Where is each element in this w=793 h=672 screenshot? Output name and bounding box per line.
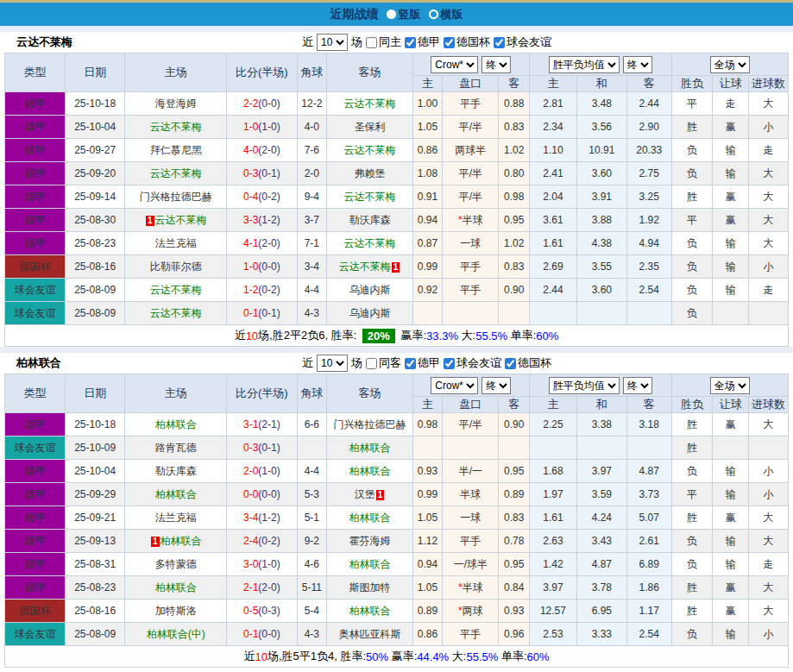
away-team-cell: 乌迪内斯	[327, 279, 413, 302]
checkbox[interactable]	[494, 37, 505, 48]
result-cell: 输	[713, 623, 749, 646]
column-subheader: 让球	[713, 397, 749, 413]
date-cell: 25-08-16	[66, 255, 125, 279]
score-cell: 2-4(0-2)	[227, 530, 297, 553]
match-type-cell: 德甲	[5, 553, 66, 576]
same-venue-checkbox[interactable]: 同客	[366, 355, 401, 371]
date-cell: 25-10-18	[66, 92, 125, 116]
filter-prefix: 近	[302, 35, 313, 50]
avg-odds-cell: 3.55	[576, 255, 626, 279]
away-team-cell: 勒沃库森	[327, 209, 413, 232]
horizontal-layout-radio[interactable]: 横版	[429, 7, 463, 22]
column-subheader: 和	[576, 397, 626, 413]
odds-cell: 0.99	[412, 255, 443, 279]
result-cell: 输	[713, 279, 749, 302]
odds-final-select[interactable]: 终	[481, 56, 511, 73]
odds-cell: *两球	[443, 600, 499, 623]
odds-company-select[interactable]: Crow*	[431, 377, 478, 394]
avg-odds-cell: 1.42	[529, 553, 576, 576]
odds-cell: 0.99	[412, 483, 443, 506]
match-type-cell: 德甲	[5, 483, 66, 506]
red-card-badge: 1	[151, 537, 160, 547]
odds-final-select[interactable]: 终	[481, 377, 511, 394]
column-subheader: 客	[626, 76, 671, 92]
away-team-cell: 柏林联合	[327, 600, 413, 623]
home-team-cell: 路肯瓦德	[125, 436, 227, 460]
column-subheader: 盘口	[443, 397, 499, 413]
column-header: 角球	[297, 374, 327, 413]
header-row: 类型日期主场比分(半场)角球客场Crow*终胜平负均值终全场	[5, 374, 789, 397]
same-venue-checkbox[interactable]: 同主	[366, 35, 401, 50]
odds-group-header: Crow*终	[412, 53, 529, 76]
checkbox[interactable]	[405, 358, 416, 369]
result-cell: 赢	[713, 116, 749, 139]
avg-odds-select[interactable]: 胜平负均值	[549, 377, 620, 394]
recent-count-select[interactable]: 10	[317, 355, 348, 372]
league-filter-checkbox[interactable]: 德国杯	[505, 355, 551, 371]
column-subheader: 客	[499, 76, 530, 92]
avg-odds-cell: 4.38	[576, 232, 626, 255]
away-team-cell: 柏林联合	[327, 553, 413, 576]
result-cell: 大	[749, 209, 789, 232]
score-cell: 0-0(0-0)	[227, 483, 297, 506]
team-section-1: 柏林联合 近 10 场 同客 德甲球会友谊德国杯 类型日期主场比分(半场)角球客…	[4, 353, 789, 668]
result-cell: 小	[749, 460, 789, 483]
column-subheader: 主	[412, 76, 443, 92]
checkbox-label: 球会友谊	[507, 35, 551, 50]
result-cell: 胜	[671, 576, 713, 600]
odds-cell	[499, 436, 530, 460]
corner-cell: 9-4	[297, 185, 327, 209]
avg-odds-cell: 3.60	[576, 162, 626, 185]
column-subheader: 客	[626, 397, 671, 413]
checkbox[interactable]	[405, 37, 416, 48]
checkbox[interactable]	[444, 358, 455, 369]
result-cell: 大	[749, 185, 789, 209]
odds-cell: 0.92	[412, 279, 443, 302]
result-cell: 负	[671, 232, 713, 255]
checkbox[interactable]	[366, 37, 377, 48]
checkbox[interactable]	[505, 358, 516, 369]
match-row: 德甲25-10-04勒沃库森2-0(1-0)4-4柏林联合0.93半/一0.95…	[5, 460, 789, 483]
league-filter-checkbox[interactable]: 球会友谊	[494, 35, 551, 50]
avg-odds-select[interactable]: 胜平负均值	[549, 56, 620, 73]
away-team-cell: 柏林联合	[327, 506, 413, 530]
odds-company-select[interactable]: Crow*	[431, 56, 478, 73]
avg-odds-cell	[529, 302, 576, 325]
result-cell: 小	[749, 255, 789, 279]
checkbox[interactable]	[366, 358, 377, 369]
result-cell	[713, 302, 749, 325]
league-filter-checkbox[interactable]: 德甲	[405, 35, 440, 50]
date-cell: 25-08-09	[66, 279, 125, 302]
avg-final-select[interactable]: 终	[623, 56, 652, 73]
home-team-cell: 云达不莱梅	[125, 162, 227, 185]
league-filter-checkbox[interactable]: 球会友谊	[444, 355, 501, 371]
odds-cell: 一球	[443, 506, 499, 530]
avg-odds-cell: 3.48	[576, 92, 626, 116]
home-team-cell: 柏林联合	[125, 413, 227, 436]
result-cell	[749, 302, 789, 325]
scope-select[interactable]: 全场	[710, 377, 750, 394]
avg-odds-cell: 2.63	[529, 530, 576, 553]
odds-cell	[412, 302, 443, 325]
result-cell: 走	[713, 92, 749, 116]
vertical-layout-radio[interactable]: 竖版	[387, 7, 421, 22]
scope-select[interactable]: 全场	[710, 56, 750, 73]
page-title: 近期战绩	[330, 7, 379, 22]
odds-cell: 0.94	[412, 553, 443, 576]
league-filter-checkbox[interactable]: 德甲	[405, 355, 440, 371]
odds-cell: 平/半	[443, 185, 499, 209]
avg-odds-cell: 4.87	[576, 553, 626, 576]
odds-cell: 0.90	[499, 279, 530, 302]
checkbox[interactable]	[444, 37, 455, 48]
league-filters: 德甲德国杯球会友谊	[405, 35, 551, 50]
avg-final-select[interactable]: 终	[623, 377, 652, 394]
away-team-cell: 奥林匹亚科斯	[327, 623, 413, 646]
result-cell	[749, 436, 789, 460]
away-team-cell: 汉堡1	[327, 483, 413, 506]
result-cell: 大	[749, 576, 789, 600]
corner-cell: 4-0	[297, 116, 327, 139]
league-filter-checkbox[interactable]: 德国杯	[444, 35, 490, 50]
match-type-cell: 球会友谊	[5, 302, 66, 325]
recent-count-select[interactable]: 10	[317, 34, 348, 51]
avg-odds-cell: 2.61	[626, 530, 671, 553]
